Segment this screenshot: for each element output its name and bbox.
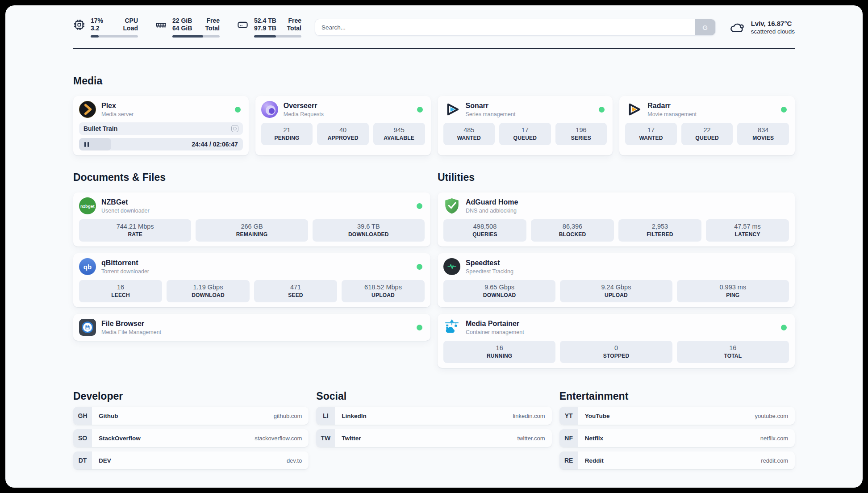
status-dot bbox=[417, 203, 422, 209]
disk-progress-fill bbox=[254, 35, 276, 38]
stat-value: 47.57 ms bbox=[708, 223, 787, 230]
stat-value: 17 bbox=[501, 126, 549, 134]
stat-value: 22 bbox=[683, 126, 731, 134]
link-row-linkedin[interactable]: LI LinkedIn linkedin.com bbox=[316, 407, 551, 425]
stat-label: RUNNING bbox=[445, 353, 554, 359]
stat-label: WANTED bbox=[445, 135, 493, 141]
link-name: Reddit bbox=[585, 457, 604, 464]
stat-label: LEECH bbox=[81, 292, 160, 298]
app-card-qbittorrent[interactable]: qb qBittorrent Torrent downloader 16 bbox=[73, 253, 430, 307]
stat-value: 196 bbox=[557, 126, 605, 134]
stat-tile: 17 QUEUED bbox=[499, 123, 551, 145]
stat-tile: 618.52 Mbps UPLOAD bbox=[342, 280, 425, 302]
stat-tile: 39.6 TB DOWNLOADED bbox=[313, 219, 425, 242]
stat-label: FILTERED bbox=[620, 231, 700, 238]
now-playing-row: Bullet Train bbox=[79, 122, 243, 135]
link-badge: GH bbox=[73, 407, 92, 425]
app-card-sonarr[interactable]: Sonarr Series management 485 WANTED 17 Q… bbox=[438, 96, 613, 155]
filebrowser-icon bbox=[79, 319, 96, 336]
disk-progress-track bbox=[254, 35, 301, 38]
stat-tile: 86,396 BLOCKED bbox=[531, 219, 614, 242]
search-input[interactable] bbox=[315, 19, 716, 36]
stat-tile: 9.24 Gbps UPLOAD bbox=[560, 280, 672, 302]
stat-value: 9.65 Gbps bbox=[445, 284, 554, 291]
disk-total-value: 97.9 TB bbox=[254, 25, 277, 32]
stat-label: MOVIES bbox=[739, 135, 787, 141]
app-card-plex[interactable]: Plex Media server Bullet Train 24:44 / 0… bbox=[73, 96, 249, 155]
stat-tile: 21 PENDING bbox=[261, 123, 313, 145]
stat-tile: 0.993 ms PING bbox=[677, 280, 789, 302]
link-row-github[interactable]: GH Github github.com bbox=[73, 407, 309, 425]
app-name: AdGuard Home bbox=[466, 198, 518, 206]
stat-tile: 744.21 Mbps RATE bbox=[79, 219, 191, 242]
app-card-speedtest[interactable]: Speedtest Speedtest Tracking 9.65 Gbps D… bbox=[438, 253, 795, 307]
cpu-progress-fill bbox=[91, 35, 99, 38]
link-row-reddit[interactable]: RE Reddit reddit.com bbox=[559, 451, 795, 469]
app-name: Speedtest bbox=[466, 259, 513, 267]
link-row-netflix[interactable]: NF Netflix netflix.com bbox=[559, 429, 795, 447]
app-name: Radarr bbox=[647, 101, 697, 110]
stat-label: BLOCKED bbox=[533, 231, 612, 238]
stat-label: SEED bbox=[256, 292, 335, 298]
app-card-portainer[interactable]: Media Portainer Container management 16 … bbox=[438, 314, 795, 368]
playback-progress-row: 24:44 / 02:06:47 bbox=[79, 138, 243, 150]
section-title-social: Social bbox=[316, 390, 551, 402]
app-name: File Browser bbox=[101, 319, 161, 328]
link-badge: SO bbox=[73, 429, 92, 447]
cpu-label: CPU bbox=[123, 17, 138, 25]
stat-tile: 9.65 Gbps DOWNLOAD bbox=[443, 280, 555, 302]
pause-icon[interactable] bbox=[84, 142, 89, 147]
status-dot bbox=[599, 107, 605, 113]
link-row-youtube[interactable]: YT YouTube youtube.com bbox=[559, 407, 795, 425]
cpu-stat: 17% CPU 3.2 Load bbox=[73, 17, 138, 38]
app-card-filebrowser[interactable]: File Browser Media File Management bbox=[73, 314, 430, 341]
app-description: Media server bbox=[101, 111, 134, 117]
memory-free-value: 22 GiB bbox=[172, 17, 196, 25]
stat-tile: 22 QUEUED bbox=[681, 123, 733, 145]
stat-value: 39.6 TB bbox=[314, 223, 423, 230]
stat-label: LATENCY bbox=[708, 231, 787, 238]
qbittorrent-icon: qb bbox=[79, 258, 96, 275]
disk-free-value: 52.4 TB bbox=[254, 17, 277, 25]
stat-value: 0.993 ms bbox=[679, 284, 787, 291]
link-url: netflix.com bbox=[760, 435, 788, 442]
stat-value: 17 bbox=[627, 126, 675, 134]
app-description: Movie management bbox=[647, 111, 697, 117]
app-name: Overseerr bbox=[284, 101, 324, 110]
nzbget-icon: nzbget bbox=[79, 197, 96, 214]
stat-label: UPLOAD bbox=[562, 292, 670, 298]
system-stats: 17% CPU 3.2 Load bbox=[73, 17, 301, 38]
stat-value: 0 bbox=[562, 344, 670, 351]
adguard-icon bbox=[443, 197, 460, 214]
link-name: StackOverflow bbox=[99, 435, 141, 442]
app-description: Media Requests bbox=[284, 111, 324, 117]
sonarr-icon bbox=[443, 101, 460, 118]
cpu-load-value: 3.2 bbox=[91, 25, 113, 32]
disk-stat: 52.4 TB Free 97.9 TB Total bbox=[237, 17, 301, 38]
playback-progress-fill bbox=[79, 138, 111, 150]
link-row-dev[interactable]: DT DEV dev.to bbox=[73, 451, 309, 469]
cpu-load-label: Load bbox=[123, 25, 138, 32]
app-card-nzbget[interactable]: nzbget NZBGet Usenet downloader 744.21 M… bbox=[73, 192, 430, 246]
app-card-overseerr[interactable]: Overseerr Media Requests 21 PENDING 40 A… bbox=[255, 96, 431, 155]
link-url: linkedin.com bbox=[513, 413, 545, 419]
app-name: Plex bbox=[101, 101, 134, 110]
status-dot bbox=[781, 107, 787, 113]
overseerr-icon bbox=[261, 101, 278, 118]
stat-tile: 40 APPROVED bbox=[317, 123, 369, 145]
stat-label: PING bbox=[679, 292, 787, 298]
links-column-entertainment: Entertainment YT YouTube youtube.com NF … bbox=[559, 390, 795, 469]
app-description: DNS and adblocking bbox=[466, 208, 518, 214]
link-row-stackoverflow[interactable]: SO StackOverflow stackoverflow.com bbox=[73, 429, 309, 447]
app-card-adguard[interactable]: AdGuard Home DNS and adblocking 498,508 … bbox=[438, 192, 795, 246]
stat-value: 86,396 bbox=[533, 223, 612, 230]
stat-label: AVAILABLE bbox=[375, 135, 423, 141]
memory-icon bbox=[155, 19, 167, 31]
now-playing-target-icon[interactable] bbox=[231, 125, 238, 132]
media-grid: Plex Media server Bullet Train 24:44 / 0… bbox=[73, 96, 795, 155]
stat-tile: 196 SERIES bbox=[555, 123, 607, 145]
stat-value: 40 bbox=[319, 126, 367, 134]
app-card-radarr[interactable]: Radarr Movie management 17 WANTED 22 QUE… bbox=[619, 96, 795, 155]
link-row-twitter[interactable]: TW Twitter twitter.com bbox=[316, 429, 551, 447]
stat-value: 21 bbox=[263, 126, 311, 134]
